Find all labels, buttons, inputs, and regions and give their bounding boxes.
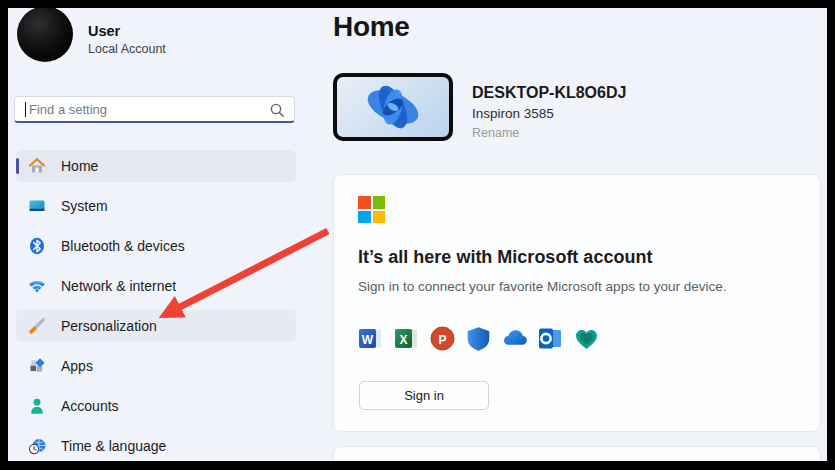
sidebar-item-label: Time & language (61, 430, 166, 462)
windows-bloom-wallpaper (337, 77, 449, 137)
sidebar-item-label: Network & internet (61, 270, 176, 302)
onedrive-icon (501, 325, 528, 352)
device-name: DESKTOP-KL8O6DJ (472, 84, 626, 102)
microsoft-account-card: It’s all here with Microsoft account Sig… (333, 174, 821, 432)
powerpoint-icon: P (429, 325, 456, 352)
search-box[interactable] (14, 96, 295, 123)
family-safety-heart-icon (573, 325, 600, 352)
search-input[interactable] (29, 97, 259, 121)
page-title: Home (333, 11, 410, 43)
user-name: User (88, 23, 166, 39)
sidebar-item-bluetooth-devices[interactable]: Bluetooth & devices (16, 230, 296, 262)
svg-text:W: W (362, 333, 374, 347)
sidebar-item-label: Bluetooth & devices (61, 230, 185, 262)
system-icon (27, 196, 47, 216)
search-icon (269, 102, 285, 118)
word-icon: W (357, 325, 384, 352)
sidebar-item-accounts[interactable]: Accounts (16, 390, 296, 422)
sidebar-item-apps[interactable]: Apps (16, 350, 296, 382)
bluetooth-icon (27, 236, 47, 256)
account-card-subtitle: Sign in to connect your favorite Microso… (358, 279, 726, 294)
user-profile[interactable]: User Local Account (88, 23, 166, 56)
selection-indicator (16, 158, 19, 174)
sidebar-item-home[interactable]: Home (16, 150, 296, 182)
sidebar-item-time-language[interactable]: Time & language (16, 430, 296, 462)
sidebar-item-personalization[interactable]: Personalization (16, 310, 296, 342)
sidebar-item-label: Apps (61, 350, 93, 382)
network-icon (27, 276, 47, 296)
account-card-title: It’s all here with Microsoft account (358, 247, 652, 268)
sign-in-button[interactable]: Sign in (359, 381, 489, 410)
microsoft-logo-icon (358, 196, 385, 223)
text-caret (25, 102, 26, 117)
user-avatar[interactable] (17, 6, 73, 62)
excel-icon: X (393, 325, 420, 352)
sidebar-item-label: Personalization (61, 310, 157, 342)
device-model: Inspiron 3585 (472, 106, 554, 121)
accounts-icon (27, 396, 47, 416)
home-icon (27, 156, 47, 176)
user-account-type: Local Account (88, 42, 166, 56)
apps-icon (27, 356, 47, 376)
microsoft-apps-row: W X P (357, 325, 600, 352)
sidebar-item-label: System (61, 190, 108, 222)
personalization-icon (27, 316, 47, 336)
sidebar-item-network-internet[interactable]: Network & internet (16, 270, 296, 302)
sidebar-item-label: Accounts (61, 390, 119, 422)
svg-text:P: P (438, 333, 446, 347)
svg-text:X: X (399, 333, 407, 347)
time-language-icon (27, 436, 47, 456)
rename-button[interactable]: Rename (472, 126, 519, 140)
device-thumbnail (333, 73, 453, 141)
sidebar-item-label: Home (61, 150, 98, 182)
outlook-icon (537, 325, 564, 352)
next-card-partial (333, 446, 821, 470)
sidebar-item-system[interactable]: System (16, 190, 296, 222)
defender-icon (465, 325, 492, 352)
settings-window: User Local Account Home (0, 0, 835, 470)
